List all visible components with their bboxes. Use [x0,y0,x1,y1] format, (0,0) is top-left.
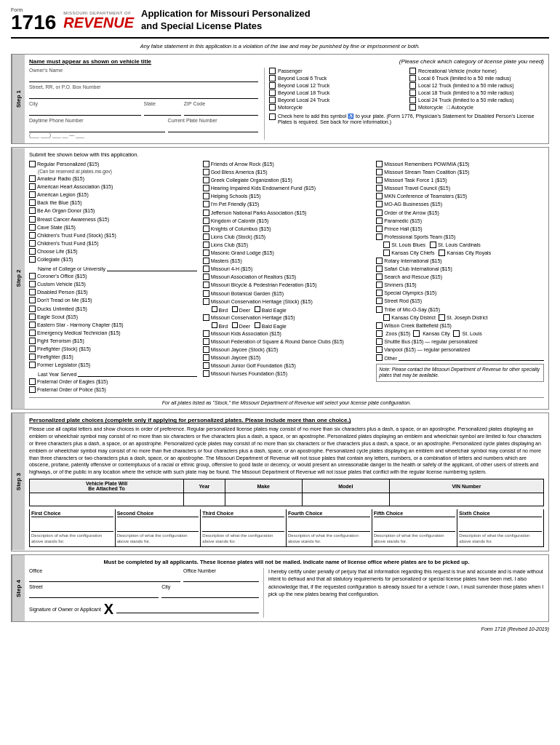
choice-2: Second Choice Description of what the co… [116,509,201,546]
office-label: Office [29,568,180,573]
state-label: State [144,101,181,106]
state-input[interactable] [144,107,181,116]
cb-prince-hall: Prince Hall ($15) [376,226,544,232]
plate-choices: First Choice Description of what the con… [29,509,544,547]
cb-eastern-star: Eastern Star - Harmony Chapter ($15) [29,322,197,328]
step2-label: Step 2 [12,148,25,409]
choice2-input[interactable] [117,519,199,532]
choice1-input[interactable] [31,519,113,532]
step3-content: Personalized plate choices (complete onl… [25,413,548,550]
col-year: Year [184,479,225,493]
phone-field: Daytime Phone Number (___ ___) ___ __ — … [29,118,165,138]
make-input[interactable] [225,493,302,506]
step2-content: Submit fee shown below with this applica… [25,148,548,409]
cb-autocycle: Motorcycle □ Autocycle [409,104,544,111]
street-input[interactable] [29,90,258,99]
cb-street-rod: Street Rod ($15) [376,298,544,304]
plate-input[interactable] [168,124,258,132]
cb-knights: Knights of Columbus ($15) [203,226,371,232]
cb-search-rescue: Search and Rescue ($15) [376,274,544,280]
cb-local12: Local 12 Truck (limited to a 50 mile rad… [409,82,544,89]
cb-mo-conservation-stock: Missouri Conservation Heritage (Stock) (… [203,298,371,305]
step4-row: Step 4 Must be completed by all applican… [11,554,549,622]
plate-field: Current Plate Number [168,118,258,138]
choice6-desc: Description of what the configuration ab… [459,533,542,545]
cb-masonic: Masonic Grand Lodge ($15) [203,250,371,256]
cb-organ-donor: Be An Organ Donor ($15) [29,207,197,214]
vehicle-input[interactable] [30,493,184,506]
cb-mo-ag: MO-AG Businesses ($15) [376,201,544,207]
cb-eagle-scout: Eagle Scout ($15) [29,314,197,320]
office-number-input[interactable] [183,573,259,582]
state-field: State [144,101,181,116]
office-number-label: Office Number [183,568,259,573]
choice4-header: Fourth Choice [288,511,370,517]
cb-ducks: Ducks Unlimited ($15) [29,306,197,312]
choice5-input[interactable] [374,519,456,532]
header: Form 1716 MISSOURI DEPARTMENT OF REVENUE… [11,7,549,39]
choice-4: Fourth Choice Description of what the co… [287,509,372,546]
cb-helping-schools: Helping Schools ($15) [203,193,371,199]
zip-label: ZIP Code [184,101,258,106]
model-input[interactable] [302,493,389,506]
year-input[interactable] [184,493,225,506]
zip-field: ZIP Code [184,101,258,116]
choice3-header: Third Choice [202,511,284,517]
cb-fight-terror: Fight Terrorism ($15) [29,338,197,344]
signature-line[interactable] [116,605,259,613]
cb-masters: Masters ($15) [203,258,371,264]
step1-right-title: (Please check which category of license … [399,58,544,65]
cb-stream-team: Missouri Stream Team Coalition ($15) [376,169,544,175]
cb-rotary: Rotary International ($15) [376,258,544,264]
step4-street-input[interactable] [29,589,159,598]
cb-mo-jaycee-stock: Missouri Jaycee (Stock) ($15) [203,346,371,353]
street-field: Street, RR, or P.O. Box Number [29,84,258,99]
cb-regular-personalized: Regular Personalized ($15) [29,161,197,167]
step1-header: Name must appear as shown on vehicle tit… [29,58,544,65]
cb-emt: Emergency Medical Technician ($15) [29,330,197,336]
cb-coroner: Coroner's Office ($15) [29,273,197,279]
last-year-field: Last Year Served [29,370,197,377]
city-royals-label: Kansas City Royals [447,250,491,255]
step4-city-input[interactable] [161,589,259,598]
choice3-input[interactable] [202,519,284,532]
city-state-zip-row: City State ZIP Code [29,101,258,116]
cb-lions-stock: Lions Club (Stock) ($15) [203,234,371,240]
cb-pet-friendly: I'm Pet Friendly ($15) [203,201,371,207]
office-field: Office [29,568,180,582]
owners-name-label: Owner's Name [29,68,258,73]
owners-name-input[interactable] [29,73,258,82]
cb-custom-vehicle: Custom Vehicle ($15) [29,281,197,287]
cb-ff-stock: Firefighter (Stock) ($15) [29,346,197,352]
step1-label: Step 1 [12,55,25,143]
step2-title: Submit fee shown below with this applica… [29,151,544,158]
cb-mkn: MKN Conference of Teamsters ($15) [376,193,544,199]
office-input[interactable] [29,573,180,582]
steps-wrapper: Step 1 Name must appear as shown on vehi… [11,54,549,622]
vin-input[interactable] [389,493,543,506]
cb-amateur-radio: Amateur Radio ($15) [29,175,197,182]
cb-mo-realtors: Missouri Association of Realtors ($15) [203,274,371,280]
choice6-header: Sixth Choice [459,511,542,517]
choice5-desc: Description of what the configuration ab… [374,533,456,545]
phone-input[interactable] [29,124,165,132]
cb-god-bless: God Bless America ($15) [203,169,371,175]
cb-ctf-stock: Children's Trust Fund (Stock) ($15) [29,232,197,239]
cb-ctf: Children's Trust Fund ($15) [29,240,197,247]
form-number: 1716 [11,12,56,33]
choice4-input[interactable] [288,519,370,532]
plate-checkboxes: Passenger Recreational Vehicle (motor ho… [269,68,544,111]
choice2-header: Second Choice [117,511,199,517]
cb-ff: Firefighter ($15) [29,354,197,360]
choice6-input[interactable] [459,519,542,532]
revenue-title: REVENUE [63,15,134,30]
cb-mo-kids: Missouri Kids Association ($15) [203,330,371,337]
zip-input[interactable] [184,107,258,116]
choice1-header: First Choice [31,511,113,517]
cb-shriners: Shriners ($15) [376,282,544,288]
cb-kingdom: Kingdom of Calontir ($15) [203,218,371,224]
cb-back-blue: Back the Blue ($15) [29,199,197,206]
cb-local6: Local 6 Truck (limited to a 50 mile radi… [409,75,544,81]
city-input[interactable] [29,107,141,116]
plate-label: Current Plate Number [168,118,258,123]
